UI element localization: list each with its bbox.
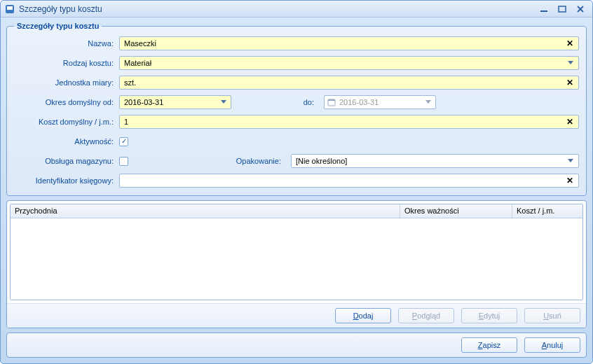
svg-rect-1: [7, 6, 13, 10]
zapisz-button[interactable]: Zapisz: [461, 337, 517, 353]
koszt-jm-input[interactable]: ✕: [119, 115, 579, 129]
dodaj-button[interactable]: Dodaj: [335, 308, 391, 323]
close-button[interactable]: [573, 4, 588, 15]
app-icon: [5, 4, 15, 14]
label-opakowanie: Opakowanie:: [132, 157, 287, 165]
okres-do-datebox[interactable]: [324, 95, 436, 109]
label-nazwa: Nazwa:: [14, 39, 119, 48]
anuluj-rest: nuluj: [547, 341, 563, 349]
clear-icon[interactable]: ✕: [564, 175, 575, 186]
anuluj-button[interactable]: Anuluj: [524, 337, 580, 353]
label-jednostka: Jednostka miary:: [14, 78, 119, 87]
svg-rect-7: [328, 99, 335, 101]
chevron-down-icon[interactable]: [425, 97, 432, 108]
col-przychodnia[interactable]: Przychodnia: [11, 204, 400, 218]
magazyn-checkbox[interactable]: [119, 157, 128, 166]
edytuj-button[interactable]: Edytuj: [461, 308, 517, 323]
groupbox-legend: Szczegóły typu kosztu: [14, 22, 102, 30]
opakowanie-combo[interactable]: [291, 154, 579, 168]
zapisz-rest: apisz: [483, 341, 501, 349]
details-groupbox: Szczegóły typu kosztu Nazwa: ✕ Rodzaj ko…: [6, 22, 587, 196]
nazwa-input[interactable]: ✕: [119, 36, 579, 50]
label-koszt-jm: Koszt domyślny / j.m.:: [14, 118, 119, 126]
rodzaj-combo[interactable]: [119, 56, 579, 70]
grid-buttons: Dodaj Podgląd Edytuj Usuń: [7, 303, 586, 328]
opakowanie-text[interactable]: [294, 156, 565, 166]
minimize-button[interactable]: [536, 4, 552, 15]
okres-od-datebox[interactable]: [119, 95, 231, 109]
col-koszt[interactable]: Koszt / j.m.: [512, 204, 582, 218]
usun-button[interactable]: Usuń: [524, 308, 580, 323]
window: Szczegóły typu kosztu Szczegóły typu kos…: [0, 0, 593, 364]
clear-icon[interactable]: ✕: [564, 77, 575, 88]
grid-body[interactable]: [11, 218, 582, 300]
ident-text[interactable]: [123, 176, 563, 186]
edytuj-rest: dytuj: [484, 312, 500, 320]
okres-do-text[interactable]: [338, 97, 423, 107]
window-title: Szczegóły typu kosztu: [19, 4, 533, 14]
svg-rect-3: [559, 6, 566, 12]
label-aktywnosc: Aktywność:: [14, 137, 119, 146]
maximize-button[interactable]: [554, 4, 570, 15]
svg-rect-2: [540, 10, 547, 12]
label-rodzaj: Rodzaj kosztu:: [14, 59, 119, 67]
label-magazyn: Obsługa magazynu:: [14, 157, 119, 165]
nazwa-input-text[interactable]: [123, 38, 563, 48]
okres-od-text[interactable]: [123, 97, 217, 107]
clear-icon[interactable]: ✕: [564, 38, 575, 49]
chevron-down-icon[interactable]: [566, 155, 575, 167]
chevron-down-icon[interactable]: [219, 97, 228, 108]
ident-input[interactable]: ✕: [119, 174, 579, 188]
bottom-bar: Zapisz Anuluj: [6, 332, 587, 358]
calendar-icon: [327, 98, 336, 106]
grid-panel: Przychodnia Okres ważności Koszt / j.m. …: [6, 200, 587, 328]
aktywnosc-checkbox[interactable]: [119, 137, 128, 146]
titlebar: Szczegóły typu kosztu: [1, 1, 592, 18]
grid-inner: Przychodnia Okres ważności Koszt / j.m.: [10, 204, 583, 300]
podglad-rest: odgląd: [417, 312, 440, 320]
podglad-button[interactable]: Podgląd: [398, 308, 454, 323]
rodzaj-combo-text[interactable]: [123, 58, 564, 68]
content-area: Szczegóły typu kosztu Nazwa: ✕ Rodzaj ko…: [1, 18, 592, 363]
clear-icon[interactable]: ✕: [564, 116, 575, 127]
jednostka-input-text[interactable]: [123, 78, 563, 88]
usun-rest: suń: [549, 312, 561, 320]
label-do: do:: [236, 98, 320, 106]
label-ident: Identyfikator księgowy:: [14, 176, 119, 185]
col-okres[interactable]: Okres ważności: [400, 204, 512, 218]
chevron-down-icon[interactable]: [566, 57, 575, 69]
dodaj-rest: odaj: [359, 312, 374, 320]
label-okres-od: Okres domyślny od:: [14, 98, 119, 106]
jednostka-input[interactable]: ✕: [119, 76, 579, 90]
koszt-jm-text[interactable]: [123, 117, 563, 127]
grid-header: Przychodnia Okres ważności Koszt / j.m.: [11, 204, 582, 218]
